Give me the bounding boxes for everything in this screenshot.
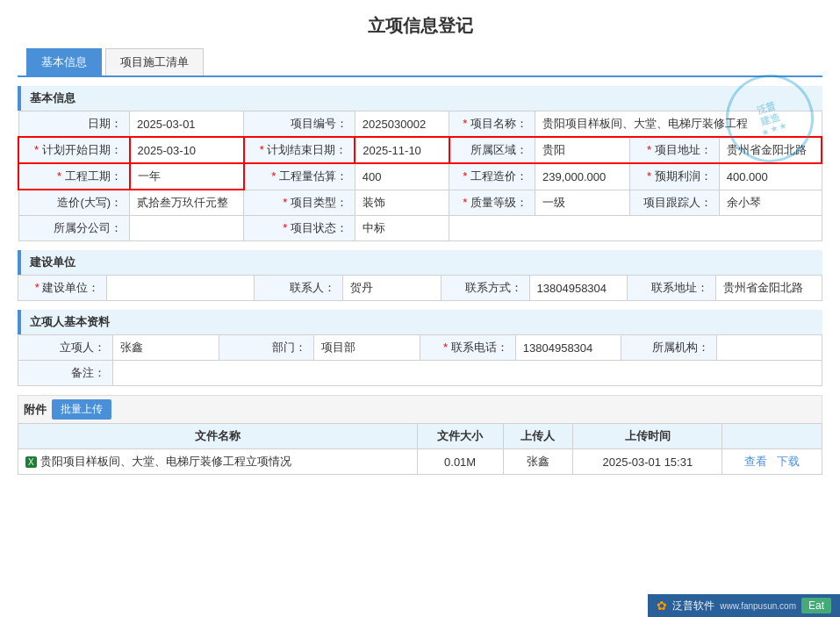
basic-info-table: 日期： 2025-03-01 项目编号： 2025030002 * 项目名称： … (18, 111, 822, 241)
excel-icon: X (25, 456, 37, 468)
empty-cell (449, 216, 822, 241)
plan-end-label: * 计划结束日期： (244, 137, 355, 163)
project-no-value: 2025030002 (355, 111, 449, 138)
project-person-table: 立项人： 张鑫 部门： 项目部 * 联系电话： 13804958304 所属机构… (18, 334, 822, 386)
view-link[interactable]: 查看 (744, 455, 767, 468)
contact-addr-label: 联系地址： (628, 276, 716, 301)
contact-way-label: 联系方式： (441, 276, 529, 301)
plan-start-value: 2025-03-10 (130, 137, 244, 163)
table-row: * 工程工期： 一年 * 工程量估算： 400 * 工程造价： 239,000.… (18, 163, 822, 190)
phone-label: * 联系电话： (420, 335, 515, 361)
attachment-table: 文件名称 文件大小 上传人 上传时间 X贵阳项目样板间、大堂、电梯厅装修工程立项… (18, 423, 822, 475)
status-value: 中标 (355, 216, 449, 241)
tab-bar: 基本信息 项目施工清单 (18, 48, 822, 77)
address-label: * 项目地址： (629, 137, 719, 163)
dept-label: 部门： (219, 335, 313, 361)
company-label: 所属分公司： (18, 216, 130, 241)
org-label: 所属机构： (621, 335, 716, 361)
estimate-value: 400 (355, 163, 449, 190)
table-row: 立项人： 张鑫 部门： 项目部 * 联系电话： 13804958304 所属机构… (18, 335, 822, 361)
plan-start-label: * 计划开始日期： (18, 137, 130, 163)
company-value (130, 216, 244, 241)
build-unit-value (107, 276, 255, 301)
col-actions (722, 424, 822, 449)
tab-project-list[interactable]: 项目施工清单 (105, 48, 204, 75)
date-value: 2025-03-01 (130, 111, 244, 138)
contact-addr-value: 贵州省金阳北路 (716, 276, 822, 301)
remark-label: 备注： (18, 361, 113, 386)
attachment-title: 附件 (24, 402, 47, 418)
table-row: 造价(大写)： 贰拾叁万玖仟元整 * 项目类型： 装饰 * 质量等级： 一级 项… (18, 190, 822, 216)
download-link[interactable]: 下载 (777, 455, 800, 468)
file-time: 2025-03-01 15:31 (573, 449, 722, 475)
table-row: * 计划开始日期： 2025-03-10 * 计划结束日期： 2025-11-1… (18, 137, 822, 163)
person-label: 立项人： (18, 335, 113, 361)
tab-basic-info[interactable]: 基本信息 (26, 48, 102, 75)
date-label: 日期： (18, 111, 130, 138)
section-basic-info: 基本信息 (18, 86, 822, 111)
col-time: 上传时间 (573, 424, 722, 449)
estimate-label: * 工程量估算： (244, 163, 355, 190)
batch-upload-button[interactable]: 批量上传 (52, 399, 111, 420)
table-row: 所属分公司： * 项目状态： 中标 (18, 216, 822, 241)
org-value (716, 335, 822, 361)
duration-label: * 工程工期： (18, 163, 130, 190)
project-no-label: 项目编号： (244, 111, 355, 138)
dept-value: 项目部 (314, 335, 420, 361)
region-label: 所属区域： (449, 137, 535, 163)
col-size: 文件大小 (417, 424, 503, 449)
quality-value: 一级 (535, 190, 629, 216)
col-uploader: 上传人 (503, 424, 573, 449)
table-row: 备注： (18, 361, 822, 386)
table-row: * 建设单位： 联系人： 贺丹 联系方式： 13804958304 联系地址： … (18, 276, 822, 301)
project-name-value: 贵阳项目样板间、大堂、电梯厅装修工程 (535, 111, 822, 138)
project-type-label: * 项目类型： (244, 190, 355, 216)
col-filename: 文件名称 (18, 424, 418, 449)
section-project-person: 立项人基本资料 (18, 310, 822, 334)
person-value: 张鑫 (113, 335, 219, 361)
plan-end-value: 2025-11-10 (355, 137, 449, 163)
profit-label: * 预期利润： (629, 163, 719, 190)
status-label: * 项目状态： (244, 216, 355, 241)
file-size: 0.01M (417, 449, 503, 475)
attachment-toolbar: 附件 批量上传 (18, 395, 822, 423)
project-name-label: * 项目名称： (449, 111, 535, 138)
remark-value (113, 361, 822, 386)
cost-chinese-label: 造价(大写)： (18, 190, 130, 216)
build-unit-label: * 建设单位： (18, 276, 107, 301)
cost-chinese-value: 贰拾叁万玖仟元整 (130, 190, 244, 216)
manager-label: 项目跟踪人： (629, 190, 719, 216)
table-row: 日期： 2025-03-01 项目编号： 2025030002 * 项目名称： … (18, 111, 822, 138)
profit-value: 400.000 (719, 163, 822, 190)
region-value: 贵阳 (535, 137, 629, 163)
address-value: 贵州省金阳北路 (719, 137, 822, 163)
contact-label: 联系人： (255, 276, 343, 301)
quality-label: * 质量等级： (449, 190, 535, 216)
table-header-row: 文件名称 文件大小 上传人 上传时间 (18, 424, 822, 449)
attachment-section: 附件 批量上传 文件名称 文件大小 上传人 上传时间 X贵阳项目样板间、大堂、电… (18, 395, 822, 475)
project-type-value: 装饰 (355, 190, 449, 216)
phone-value: 13804958304 (515, 335, 621, 361)
cost-label: * 工程造价： (449, 163, 535, 190)
contact-value: 贺丹 (342, 276, 441, 301)
file-name: X贵阳项目样板间、大堂、电梯厅装修工程立项情况 (18, 449, 418, 475)
build-unit-table: * 建设单位： 联系人： 贺丹 联系方式： 13804958304 联系地址： … (18, 275, 822, 301)
manager-value: 余小琴 (719, 190, 822, 216)
cost-value: 239,000.000 (535, 163, 629, 190)
section-build-unit: 建设单位 (18, 250, 822, 275)
page-title: 立项信息登记 (0, 0, 840, 48)
duration-value: 一年 (130, 163, 244, 190)
contact-way-value: 13804958304 (529, 276, 628, 301)
file-uploader: 张鑫 (503, 449, 573, 475)
table-row: X贵阳项目样板间、大堂、电梯厅装修工程立项情况 0.01M 张鑫 2025-03… (18, 449, 822, 475)
file-actions: 查看 下载 (722, 449, 822, 475)
